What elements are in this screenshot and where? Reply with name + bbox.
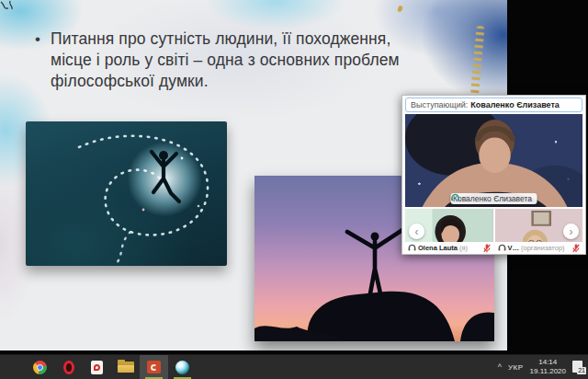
chevron-right-icon: ›	[570, 226, 573, 237]
slide-text-line-1: Питання про сутність людини, її походжен…	[51, 29, 400, 50]
slide-text-line-2: місце і роль у світі – одна з основних п…	[51, 50, 400, 71]
taskbar-item-acrobat[interactable]	[83, 355, 111, 379]
participant-label-olena: Olena Lauta (я)	[405, 242, 493, 254]
video-app-icon	[175, 361, 189, 374]
desktop-screen: • Питання про сутність людини, її походж…	[0, 0, 588, 379]
participant-name: V…	[508, 244, 520, 252]
standing-person-silhouette	[347, 230, 402, 293]
mic-muted-icon	[483, 244, 491, 253]
participant-role: (организатор)	[521, 244, 565, 252]
speaker-header: Выступающий: Коваленко Єлизавета	[405, 98, 582, 112]
chrome-icon	[33, 361, 47, 374]
speaker-header-name: Коваленко Єлизавета	[470, 100, 560, 109]
taskbar-item-folder[interactable]	[111, 355, 140, 379]
taskbar-item-powerpoint[interactable]	[140, 355, 168, 379]
taskbar: ^ УКР 14:14 19.11.2020 21	[0, 354, 588, 379]
gold-sparkle-decoration	[397, 5, 403, 12]
language-indicator[interactable]: УКР	[508, 363, 524, 372]
cosmic-spiral-figure-graphic	[26, 121, 227, 266]
taskbar-item-opera[interactable]	[54, 355, 83, 379]
system-tray: ^ УКР 14:14 19.11.2020 21	[498, 358, 588, 377]
notification-count-badge: 21	[577, 367, 586, 374]
participant-label-organizer: V… (организатор)	[495, 242, 583, 254]
slide-image-cosmic-jump	[26, 121, 227, 266]
mic-muted-icon	[572, 244, 580, 253]
speaker-nametag-text: Коваленко Єлизавета	[453, 194, 532, 203]
audio-headphone-icon	[498, 244, 506, 252]
participant-thumbnails: ‹ ›	[405, 209, 582, 254]
acrobat-icon	[91, 361, 103, 374]
participant-name: Olena Lauta	[418, 244, 458, 252]
bullet-marker: •	[35, 29, 51, 92]
audio-headphone-icon	[450, 193, 459, 202]
speaker-header-label: Выступающий:	[411, 100, 468, 109]
taskbar-item-video-app[interactable]	[168, 355, 197, 379]
slide-bullet-text: • Питання про сутність людини, її походж…	[35, 29, 481, 92]
speaker-nametag: Коваленко Єлизавета	[450, 193, 537, 204]
powerpoint-icon	[147, 361, 161, 373]
participant-role: (я)	[459, 244, 468, 252]
tray-date: 19.11.2020	[530, 367, 566, 376]
chevron-left-icon: ‹	[415, 226, 419, 237]
folder-icon	[118, 362, 134, 373]
running-app-indicator	[174, 377, 191, 379]
opera-icon	[63, 361, 74, 374]
slide-text-line-3: філософської думки.	[51, 71, 400, 92]
webinar-panel: Выступающий: Коваленко Єлизавета Ковален	[401, 95, 586, 255]
audio-headphone-icon	[408, 244, 416, 252]
speaker-video[interactable]: Коваленко Єлизавета	[405, 114, 582, 207]
next-participant-button[interactable]: ›	[563, 224, 579, 239]
tray-expand-chevron[interactable]: ^	[498, 362, 502, 372]
prev-participant-button[interactable]: ‹	[409, 224, 424, 239]
watercolor-scribble-decoration	[0, 0, 17, 12]
jumping-person-silhouette	[152, 151, 179, 201]
running-app-indicator	[145, 377, 163, 379]
notification-icon[interactable]: 21	[572, 361, 585, 373]
tray-time: 14:14	[530, 358, 566, 367]
taskbar-item-chrome[interactable]	[26, 355, 54, 379]
clock[interactable]: 14:14 19.11.2020	[530, 358, 566, 377]
